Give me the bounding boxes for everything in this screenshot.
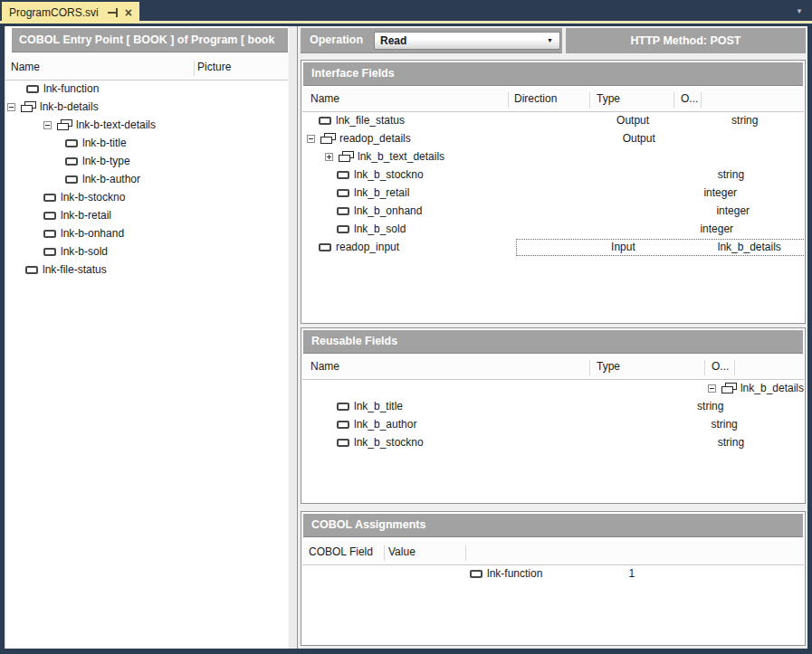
tab-title: ProgramCORS.svi (9, 6, 99, 19)
tree-row[interactable]: lnk_b_sold integer (302, 220, 804, 238)
column-separator (673, 92, 674, 108)
row-label: lnk_b_author (354, 418, 416, 431)
tree-row[interactable]: lnk-b-sold 9(5) comp-3 (5, 242, 288, 261)
panel-title: COBOL Entry Point [ BOOK ] of Program [ … (12, 28, 288, 52)
section-title: Interface Fields (303, 62, 803, 86)
type-cell: string (718, 433, 744, 451)
tree-row[interactable]: lnk-b-retail 9(2)V9(2) display (5, 206, 288, 224)
close-icon[interactable]: × (125, 6, 132, 19)
tree-row[interactable]: lnk_b_author string (302, 415, 804, 433)
field-icon (337, 189, 349, 197)
tree-row[interactable]: lnk_b_stockno string (302, 433, 804, 451)
row-label: lnk-file-status (43, 263, 107, 276)
field-icon (65, 175, 78, 184)
pin-icon[interactable] (108, 7, 119, 18)
column-separator (589, 92, 590, 108)
chevron-down-icon[interactable]: ▼ (796, 7, 803, 15)
tree-row[interactable]: lnk_b_onhand integer (302, 202, 804, 220)
tab-programcors-svi[interactable]: ProgramCORS.svi × (2, 2, 139, 24)
expand-icon[interactable] (325, 153, 333, 161)
column-header-type[interactable]: Type (597, 360, 620, 373)
field-icon (43, 230, 56, 238)
operation-selected-value: Read (380, 34, 406, 47)
column-header-name[interactable]: Name (310, 92, 339, 105)
tree-row[interactable]: lnk-b-stockno X(4) (5, 188, 288, 206)
application-window: ProgramCORS.svi × ▼ COBOL Entry Point [ … (0, 0, 812, 654)
tree-row[interactable]: lnk-b-onhand 9(5) display (5, 224, 288, 242)
column-separator (508, 92, 509, 108)
row-label: lnk_b_text_details (358, 150, 444, 163)
tree-row[interactable]: lnk_b_retail integer (302, 184, 804, 202)
row-label: lnk_b_retail (354, 186, 409, 199)
row-label: lnk-function (43, 82, 99, 95)
section-title: Reusable Fields (303, 330, 803, 354)
cobol-tree: lnk-function X lnk-b-details lnk-b-text-… (5, 80, 288, 649)
collapse-icon[interactable] (708, 384, 716, 393)
row-label: lnk-b-author (82, 173, 140, 185)
direction-cell: Output (623, 129, 655, 147)
tree-row[interactable]: lnk_b_text_details (302, 147, 804, 166)
collapse-icon[interactable] (307, 135, 315, 143)
row-label: lnk_b_title (354, 400, 403, 412)
tree-row[interactable]: lnk_b_stockno string (302, 166, 804, 184)
tree-row[interactable]: lnk-file-status X(2) (5, 261, 288, 279)
type-cell: string (718, 166, 744, 184)
tab-bar: ProgramCORS.svi × ▼ (0, 0, 812, 24)
tree-row[interactable]: lnk_b_details (302, 379, 804, 397)
service-interface-panel: Operation Read ▼ HTTP Method: POST Inter… (297, 26, 807, 649)
value-cell[interactable]: 1 (628, 564, 635, 583)
column-header-name[interactable]: Name (11, 61, 40, 73)
column-header-occurs[interactable]: O... (712, 360, 729, 373)
column-header-direction[interactable]: Direction (514, 92, 557, 105)
field-icon (337, 171, 349, 179)
grid-row[interactable]: lnk-function 1 (302, 564, 804, 583)
tree-row[interactable]: lnk-b-type X(20) (5, 152, 288, 170)
row-label: lnk-b-onhand (61, 227, 124, 240)
row-label: lnk_file_status (336, 114, 405, 127)
collapse-icon[interactable] (7, 103, 15, 111)
tree-row[interactable]: lnk-b-details (5, 98, 288, 116)
group-icon (21, 101, 36, 112)
operation-select[interactable]: Read ▼ (374, 32, 560, 50)
cobol-assignments-section: COBOL Assignments COBOL Field Value lnk-… (301, 511, 806, 646)
column-header-type[interactable]: Type (597, 92, 620, 105)
collapse-icon[interactable] (43, 121, 52, 129)
row-label: lnk_b_onhand (354, 204, 422, 217)
tree-row[interactable]: readop_input Input lnk_b_details (302, 238, 804, 256)
tree-row[interactable]: lnk_file_status Output string (302, 111, 804, 129)
tree-row[interactable]: lnk-b-author X(50) (5, 170, 288, 188)
tree-row[interactable]: lnk-b-title X(50) (5, 134, 288, 152)
type-cell: integer (700, 220, 733, 238)
field-icon (319, 243, 331, 251)
operation-label: Operation (310, 33, 363, 46)
field-icon (337, 225, 349, 233)
column-separator (465, 545, 466, 561)
row-label: lnk_b_details (740, 382, 804, 394)
group-icon (721, 383, 737, 393)
cobol-grid-header: COBOL Field Value (302, 541, 804, 565)
column-header-cobol-field[interactable]: COBOL Field (309, 545, 373, 558)
type-cell: string (697, 397, 723, 415)
row-label: lnk-b-title (82, 137, 127, 149)
row-label: lnk-function (487, 567, 542, 580)
tree-row[interactable]: lnk_b_title string (302, 397, 804, 415)
interface-fields-section: Interface Fields Name Direction Type O..… (301, 60, 806, 324)
tree-row[interactable]: lnk-b-text-details (5, 116, 288, 134)
row-label: lnk-b-type (82, 155, 130, 167)
column-header-picture[interactable]: Picture (197, 61, 231, 73)
section-title: COBOL Assignments (303, 514, 803, 537)
direction-cell: Input (611, 238, 635, 256)
reusable-grid-header: Name Type O... (302, 355, 804, 380)
column-separator (704, 360, 705, 375)
type-cell: integer (716, 202, 750, 220)
column-header-name[interactable]: Name (310, 360, 339, 373)
tree-row[interactable]: lnk-function X (5, 80, 288, 98)
column-header-occurs[interactable]: O... (681, 92, 698, 105)
field-icon (43, 212, 56, 220)
field-icon (43, 194, 56, 202)
type-cell: string (711, 415, 737, 433)
tree-row[interactable]: readop_details Output (302, 129, 804, 147)
reusable-fields-section: Reusable Fields Name Type O... lnk_b_det… (301, 327, 806, 504)
column-header-value[interactable]: Value (388, 545, 416, 558)
row-label: readop_details (339, 132, 411, 145)
